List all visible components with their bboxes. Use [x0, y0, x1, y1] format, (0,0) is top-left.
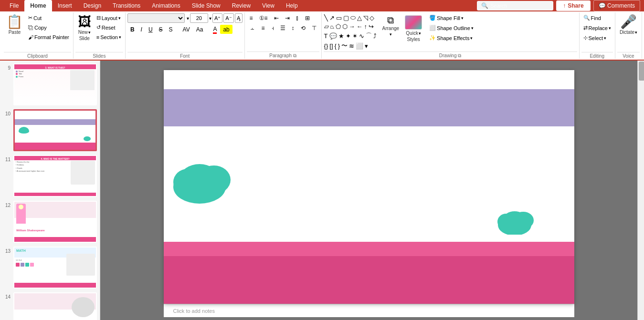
line-spacing-button[interactable]: ↕ [289, 23, 297, 32]
rounded-rect-shape[interactable]: ▢ [343, 13, 349, 22]
slide-img-13[interactable]: MATH 1 2 3 4 [13, 247, 97, 289]
rect-shape[interactable]: ▭ [336, 13, 342, 22]
brace-shape[interactable]: {} [324, 41, 329, 51]
menu-home[interactable]: Home [24, 0, 52, 11]
decrease-indent-button[interactable]: ⇤ [271, 13, 282, 22]
star4-shape[interactable]: ✦ [345, 31, 351, 41]
section-button[interactable]: ≡ Section ▾ [95, 32, 123, 41]
comments-button[interactable]: 💬 Comments [593, 0, 640, 11]
uparrow-shape[interactable]: ↑ [364, 22, 368, 31]
reset-button[interactable]: ↺ Reset [95, 23, 123, 32]
arrow-shape[interactable]: ↗ [329, 13, 335, 22]
line-shape[interactable]: ╲ [324, 13, 328, 22]
align-center-button[interactable]: ≡ [259, 23, 268, 32]
menu-file[interactable]: File [4, 0, 24, 11]
rightbrace-shape[interactable]: } [338, 41, 340, 51]
increase-indent-button[interactable]: ⇥ [282, 13, 293, 22]
align-text-button[interactable]: ⊤ [309, 23, 319, 32]
underline-button[interactable]: U [146, 25, 156, 34]
format-painter-button[interactable]: 🖌 Format Painter [26, 32, 71, 41]
smart-art-button[interactable]: ⊞ [302, 13, 313, 22]
oval-shape[interactable]: ⬭ [350, 13, 356, 22]
notes-bar[interactable]: Click to add notes [164, 304, 574, 317]
dictate-button[interactable]: 🎤 Dictate ▾ [617, 13, 640, 36]
share-button[interactable]: ↑ Share [556, 0, 590, 11]
rtriangle-shape[interactable]: ◹ [363, 13, 369, 22]
menu-design[interactable]: Design [78, 0, 107, 11]
drawing-expand-icon[interactable]: ⧉ [458, 53, 461, 58]
replace-button[interactable]: ⇄ Replace ▾ [581, 23, 613, 32]
bold-button[interactable]: B [127, 25, 137, 34]
paste-button[interactable]: 📋 Paste [4, 13, 25, 36]
star6-shape[interactable]: ✶ [352, 31, 358, 41]
menu-view[interactable]: View [256, 0, 280, 11]
text-box-shape[interactable]: T [324, 31, 328, 41]
shape-effects-button[interactable]: ✨ Shape Effects ▾ [427, 33, 475, 42]
quick-styles-button[interactable]: Quick ▾ Styles [402, 13, 424, 43]
font-grow-button[interactable]: A⁺ [212, 13, 222, 23]
change-case-button[interactable]: Aa [193, 25, 206, 34]
slide-img-9[interactable]: 3. WHAT IS THIS? Novel Tale Poem [13, 63, 97, 105]
text-highlight-button[interactable]: ab [220, 25, 232, 34]
diamond-shape[interactable]: ◇ [369, 13, 375, 22]
bracket-shape[interactable]: [] [329, 41, 333, 51]
italic-button[interactable]: I [138, 25, 145, 34]
menu-help[interactable]: Help [280, 0, 304, 11]
align-left-button[interactable]: ⫠ [247, 23, 258, 32]
wave-shape[interactable]: 〜 [341, 41, 348, 51]
menu-slideshow[interactable]: Slide Show [186, 0, 226, 11]
bullets-button[interactable]: ≡ [247, 13, 256, 22]
slide-canvas[interactable] [164, 70, 574, 304]
clear-format-button[interactable]: A̧ [235, 13, 243, 23]
freeform-shape[interactable]: ∿ [359, 31, 365, 41]
connector-shape[interactable]: ⤴ [373, 31, 377, 41]
strikethrough-button[interactable]: S [156, 25, 166, 34]
slide-thumb-14[interactable]: 14 [2, 291, 98, 320]
new-slide-button[interactable]: 🖼 New ▾ Slide [75, 13, 94, 42]
layout-button[interactable]: ⊟ Layout ▾ [95, 13, 123, 22]
leftbrace-shape[interactable]: { [334, 41, 337, 51]
slide-thumb-12[interactable]: 12 William Shakespeare [2, 200, 98, 244]
curvedarrow-shape[interactable]: ↪ [368, 22, 374, 31]
font-shrink-button[interactable]: A⁻ [223, 13, 233, 23]
callout-shape[interactable]: 💬 [329, 31, 338, 41]
shape-fill-button[interactable]: 🪣 Shape Fill ▾ [427, 13, 475, 22]
find-button[interactable]: 🔍 Find [581, 13, 603, 22]
char-spacing-button[interactable]: AV [180, 25, 193, 34]
slide-img-10[interactable] [13, 109, 97, 151]
triangle-shape[interactable]: △ [357, 13, 362, 22]
menu-insert[interactable]: Insert [52, 0, 78, 11]
slide-thumb-9[interactable]: 9 3. WHAT IS THIS? Novel Tale Poem [2, 62, 98, 106]
select-button[interactable]: ⊹ Select ▾ [581, 33, 609, 42]
star5-shape[interactable]: ★ [338, 31, 345, 41]
menu-review[interactable]: Review [226, 0, 256, 11]
font-family-select[interactable] [127, 13, 185, 23]
trapezoid-shape[interactable]: ⏢ [330, 22, 335, 31]
menu-transitions[interactable]: Transitions [107, 0, 146, 11]
numbering-button[interactable]: ①≡ [256, 13, 271, 22]
slide-canvas-area[interactable]: Click to add notes [100, 61, 637, 320]
arrange-button[interactable]: ⧉ Arrange ▾ [380, 13, 402, 38]
arrow2-shape[interactable]: → [348, 22, 356, 31]
slide-thumb-11[interactable]: 11 4. WHO IS THE MATTER? • Names & a lis… [2, 154, 98, 198]
parallelogram-shape[interactable]: ▱ [324, 22, 329, 31]
font-size-input[interactable] [190, 13, 208, 23]
flowchart-shape[interactable]: ⬜ [355, 41, 364, 51]
align-right-button[interactable]: ⫞ [268, 23, 277, 32]
menu-animations[interactable]: Animations [146, 0, 186, 11]
doublewave-shape[interactable]: ≋ [348, 41, 355, 51]
cut-button[interactable]: ✂ Cut [26, 13, 71, 22]
pentagon-shape[interactable]: ⬠ [335, 22, 341, 31]
columns-button[interactable]: ⫿ [293, 13, 302, 22]
shadow-button[interactable]: S [166, 25, 176, 34]
shape-outline-button[interactable]: ⬜ Shape Outline ▾ [427, 23, 475, 32]
justify-button[interactable]: ☰ [277, 23, 288, 32]
leftarrow-shape[interactable]: ← [356, 22, 363, 31]
vertical-scrollbar[interactable] [637, 61, 644, 320]
more-shapes-icon[interactable]: ▾ [364, 41, 369, 51]
copy-button[interactable]: ⿻ Copy [26, 23, 71, 32]
slide-thumb-10[interactable]: 10 [2, 108, 98, 152]
slide-thumb-13[interactable]: 13 MATH 1 2 3 4 [2, 246, 98, 289]
slide-img-12[interactable]: William Shakespeare [13, 201, 97, 243]
text-direction-button[interactable]: ⟲ [298, 23, 308, 32]
